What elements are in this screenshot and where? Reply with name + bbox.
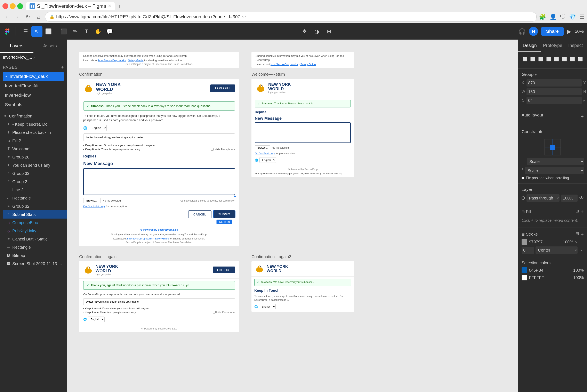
add-stroke-button[interactable]: + <box>581 231 584 238</box>
home-button[interactable]: ⌂ <box>35 13 43 21</box>
blend-mode-select[interactable]: Pass through <box>526 194 559 202</box>
add-page-button[interactable]: + <box>61 64 64 70</box>
wr-textarea[interactable] <box>255 122 351 143</box>
stroke-more-btn[interactable]: ⋯ <box>579 239 584 244</box>
page-item-invertedflow[interactable]: InvertedFlow <box>3 90 64 100</box>
how-link-right[interactable]: how SecureDrop works <box>271 63 298 66</box>
tab-prototype[interactable]: Prototype <box>541 40 564 52</box>
layer-cancel-butt[interactable]: # Cancel Butt - Static <box>3 235 67 243</box>
layer-group32[interactable]: # Group 32 <box>3 202 67 210</box>
distribute-v-btn[interactable]: ⬜ <box>577 55 584 63</box>
wr-language-select[interactable]: English <box>259 157 276 163</box>
wr-pubkey-link[interactable]: On Our Public key <box>255 152 275 155</box>
pen-tool[interactable]: ✏ <box>70 26 81 37</box>
stroke-color-swatch[interactable] <box>521 239 527 245</box>
align-right-btn[interactable]: ⬜ <box>537 55 544 63</box>
h-constraint-select[interactable]: Scale <box>527 158 584 165</box>
menu-icon[interactable]: ☰ <box>579 14 584 20</box>
tab-assets[interactable]: Assets <box>34 40 67 53</box>
message-textarea[interactable] <box>83 168 235 195</box>
ca-logout-btn[interactable]: LOG OUT <box>213 266 235 273</box>
comment-tool[interactable]: 💬 <box>104 26 115 37</box>
tab-design[interactable]: Design <box>518 40 541 52</box>
safety-link-footer[interactable]: Safety Guide <box>155 237 169 240</box>
add-auto-layout-btn[interactable]: + <box>581 113 584 120</box>
layer-screenshot[interactable]: 🖼 Screen Shot 2020-11-13 at 3.... <box>3 260 67 268</box>
stroke-expand-icon[interactable]: ⊞ <box>521 232 525 236</box>
hide-checkbox[interactable] <box>211 148 214 151</box>
fill-settings-icon[interactable]: ⊞ <box>575 208 579 215</box>
color-swatch-2[interactable] <box>521 275 527 280</box>
select-tool[interactable]: ↖ <box>31 26 43 37</box>
zoom-level[interactable]: 50% <box>575 29 584 34</box>
page-item-invertedflow-deux[interactable]: ✓ InvertedFlow_deux <box>3 72 64 81</box>
ca-lang-select[interactable]: English <box>88 316 105 322</box>
minimize-button[interactable] <box>10 3 16 9</box>
stroke-settings-icon[interactable]: ⊞ <box>575 231 579 238</box>
passphrase-input[interactable] <box>83 134 235 141</box>
frame-tool[interactable]: ⬜ <box>43 26 54 37</box>
resize-handle-br[interactable] <box>234 195 236 197</box>
align-center-v-btn[interactable]: ⬜ <box>553 55 560 63</box>
hand-tool[interactable]: ✋ <box>93 26 104 37</box>
cancel-button[interactable]: CANCEL <box>188 210 211 218</box>
figma-logo[interactable] <box>3 27 12 36</box>
safety-link-right[interactable]: Safety Guide <box>300 63 316 66</box>
theme-toggle[interactable]: ◑ <box>311 26 322 37</box>
stroke-menu-icon[interactable]: ∿ <box>575 240 577 244</box>
submit-button[interactable]: SUBMIT <box>214 210 235 218</box>
ca-passphrase-input[interactable] <box>83 298 235 305</box>
align-left-btn[interactable]: ⬜ <box>521 55 528 63</box>
reload-button[interactable]: ↻ <box>24 13 32 21</box>
layer-item[interactable]: T You can send us any <box>3 161 67 169</box>
w-input[interactable] <box>526 88 582 95</box>
profile-icon[interactable]: 👤 <box>549 14 557 20</box>
forward-button[interactable]: › <box>13 13 21 21</box>
shape-tool[interactable]: ⬛ <box>58 26 69 37</box>
how-secureddrop-link[interactable]: how SecureDrop works <box>98 59 126 62</box>
v-constraint-select[interactable]: Scale <box>525 167 584 174</box>
share-button[interactable]: Share <box>541 27 564 36</box>
x-input[interactable] <box>526 79 582 86</box>
layer-group28[interactable]: # Group 28 <box>3 153 67 161</box>
layer-item[interactable]: T Please check back in <box>3 128 67 136</box>
page-item-invertedflow-alt[interactable]: InvertedFlow_Alt <box>3 81 64 90</box>
visibility-toggle[interactable]: 👁 <box>579 196 584 201</box>
layer-line2[interactable]: — Line 2 <box>3 186 67 194</box>
maximize-button[interactable] <box>17 3 23 9</box>
layer-bitmap[interactable]: 🖼 Bitmap <box>3 251 67 260</box>
layout-grid[interactable]: ⊞ <box>323 26 335 37</box>
tab-layers[interactable]: Layers <box>0 40 34 53</box>
address-input[interactable]: 🔒 https://www.figma.com/file/rHT1RE7zpNt… <box>45 12 536 22</box>
extensions-icon[interactable]: 🧩 <box>539 14 546 20</box>
stroke-width-input[interactable] <box>521 247 534 254</box>
user-avatar[interactable]: N <box>529 27 538 36</box>
language-select[interactable]: English <box>89 125 107 131</box>
logout-button[interactable]: LOG OUT <box>210 84 235 92</box>
hide-passphrase-checkbox[interactable]: Hide Passphrase <box>211 148 235 151</box>
layer-item[interactable]: T Welcome! <box>3 145 67 153</box>
layer-submit-static[interactable]: # Submit Static <box>3 210 67 218</box>
active-tab[interactable]: SI_FlowInversion-deux – Figma ✕ <box>26 2 115 10</box>
layer-rect2[interactable]: — Rectangle <box>3 243 67 251</box>
stroke-align-select[interactable]: Center <box>535 246 577 254</box>
color-swatch-1[interactable] <box>521 267 527 273</box>
menu-tool[interactable]: ☰ <box>20 26 31 37</box>
ca-hide-passphrase[interactable]: Hide Passphrase <box>213 311 235 314</box>
component-icon[interactable]: ❖ <box>299 26 310 37</box>
stroke-dots-btn[interactable]: ⋯ <box>579 248 584 253</box>
layer-group2[interactable]: # Group 2 <box>3 178 67 186</box>
fix-position-checkbox[interactable] <box>521 177 524 180</box>
distribute-h-btn[interactable]: ⬜ <box>569 55 576 63</box>
browse-button[interactable]: Browse... <box>83 198 101 204</box>
new-tab-button[interactable]: + <box>116 2 124 10</box>
back-button[interactable]: ‹ <box>3 13 11 21</box>
close-button[interactable] <box>3 3 8 9</box>
add-fill-button[interactable]: + <box>581 208 584 215</box>
text-tool[interactable]: T <box>81 26 92 37</box>
align-bottom-btn[interactable]: ⬜ <box>561 55 568 63</box>
fill-expand-icon[interactable]: ⊞ <box>521 210 525 214</box>
play-button[interactable]: ▶ <box>567 28 571 35</box>
rotation-input[interactable] <box>526 97 582 104</box>
breadcrumb-item[interactable]: InvertedFlow_... <box>3 55 32 60</box>
